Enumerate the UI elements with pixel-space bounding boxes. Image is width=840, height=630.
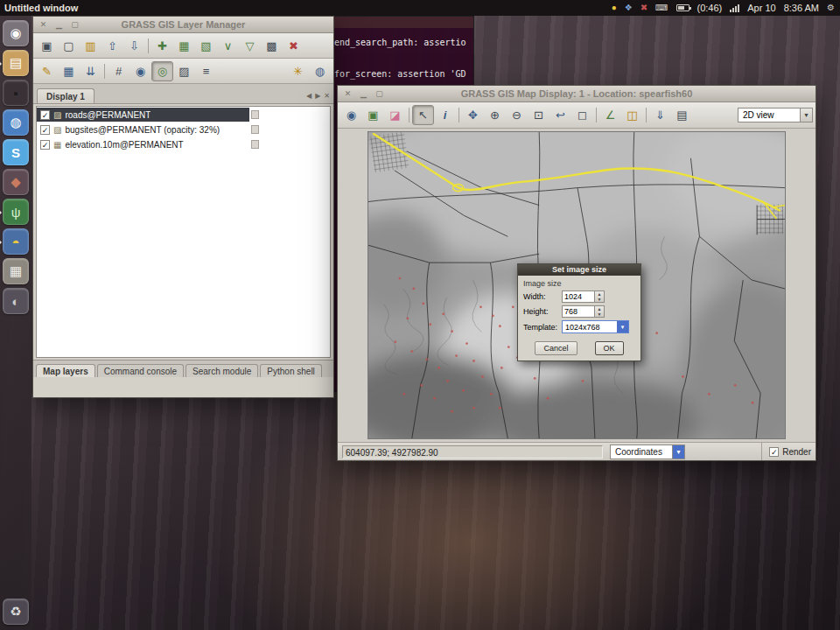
launcher-item-files[interactable]: ▤ bbox=[3, 50, 29, 76]
pointer-icon[interactable]: ↖ bbox=[412, 105, 434, 125]
zoom-extent-icon[interactable]: ⊡ bbox=[528, 105, 550, 125]
session-gear-icon[interactable]: ⚙ bbox=[827, 0, 835, 16]
layer-row-button[interactable] bbox=[251, 125, 259, 134]
launcher-item-browser[interactable]: ◍ bbox=[3, 109, 29, 136]
query-icon[interactable]: i bbox=[434, 105, 456, 125]
add-vector-layer-icon[interactable]: ∨ bbox=[217, 36, 239, 56]
close-icon[interactable]: ✕ bbox=[38, 18, 49, 31]
zoom-back-icon[interactable]: ↩ bbox=[550, 105, 571, 125]
map-display-titlebar[interactable]: ✕ ▁ ▢ GRASS GIS Map Display: 1 - Locatio… bbox=[338, 86, 816, 102]
clock-label[interactable]: 8:36 AM bbox=[784, 3, 819, 13]
remove-layer-icon[interactable]: ✖ bbox=[283, 36, 304, 56]
layer-checkbox[interactable]: ✓ bbox=[40, 125, 50, 135]
height-value[interactable]: 768 bbox=[563, 306, 594, 317]
dialog-titlebar[interactable]: Set image size bbox=[518, 264, 640, 276]
settings-icon[interactable]: ✳ bbox=[287, 61, 309, 81]
signal-strength-icon[interactable] bbox=[730, 4, 739, 12]
tab-command-console[interactable]: Command console bbox=[97, 364, 184, 377]
view-mode-select[interactable]: 2D view ▼ bbox=[738, 108, 813, 122]
tab-map-layers[interactable]: Map layers bbox=[36, 364, 95, 377]
search-modules-icon[interactable]: ◍ bbox=[309, 61, 331, 81]
new-workspace-icon[interactable]: ▢ bbox=[58, 36, 80, 56]
date-label[interactable]: Apr 10 bbox=[747, 3, 775, 13]
attribute-table-icon[interactable]: ▦ bbox=[58, 61, 80, 81]
battery-icon[interactable] bbox=[676, 4, 690, 11]
tab-scroll-left-icon[interactable]: ◀ bbox=[306, 92, 312, 100]
tab-close-icon[interactable]: ✕ bbox=[324, 92, 330, 100]
layer-checkbox[interactable]: ✓ bbox=[40, 140, 50, 150]
launcher-item-python[interactable]: ◓ bbox=[3, 228, 29, 255]
layer-row-elevation[interactable]: ✓ ▦ elevation.10m@PERMANENT bbox=[37, 137, 330, 151]
save-display-icon[interactable]: ⇓ bbox=[649, 105, 671, 125]
cancel-button[interactable]: Cancel bbox=[535, 341, 577, 355]
print-display-icon[interactable]: ▤ bbox=[671, 105, 693, 125]
erase-display-icon[interactable]: ◪ bbox=[384, 105, 406, 125]
minimize-icon[interactable]: ▁ bbox=[53, 18, 65, 31]
launcher-item-terminal[interactable]: ▪ bbox=[3, 80, 29, 106]
save-workspace-icon[interactable]: ⇩ bbox=[123, 36, 145, 56]
python-console-icon[interactable]: ≡ bbox=[195, 61, 217, 81]
statusbar-mode-select[interactable]: Coordinates ▼ bbox=[610, 444, 685, 459]
graphical-modeler-icon[interactable]: ◉ bbox=[130, 61, 151, 81]
import-data-icon[interactable]: ⇊ bbox=[80, 61, 102, 81]
ok-button[interactable]: OK bbox=[595, 341, 624, 355]
analyze-icon[interactable]: ∠ bbox=[599, 105, 621, 125]
layer-checkbox[interactable]: ✓ bbox=[40, 110, 50, 120]
width-spin-down-icon[interactable]: ▼ bbox=[595, 297, 604, 302]
layer-row-button[interactable] bbox=[251, 140, 259, 149]
zoom-region-icon[interactable]: ◻ bbox=[571, 105, 593, 125]
network-indicator-icon[interactable]: ✖ bbox=[640, 0, 648, 16]
display-map-icon[interactable]: ◉ bbox=[340, 105, 362, 125]
launcher-item-software-center[interactable]: ◆ bbox=[3, 169, 29, 195]
height-input[interactable]: 768 ▲ ▼ bbox=[562, 305, 605, 318]
layer-row-roads[interactable]: ✓ ▨ roads@PERMANENT bbox=[37, 108, 330, 122]
load-workspace-icon[interactable]: ⇧ bbox=[102, 36, 123, 56]
render-map-icon[interactable]: ▣ bbox=[362, 105, 384, 125]
width-input[interactable]: 1024 ▲ ▼ bbox=[562, 290, 605, 303]
launcher-item-disks[interactable]: ◐ bbox=[3, 288, 29, 314]
width-value[interactable]: 1024 bbox=[563, 291, 594, 302]
raster-calculator-icon[interactable]: # bbox=[108, 61, 130, 81]
tab-python-shell[interactable]: Python shell bbox=[260, 364, 321, 377]
add-overlay-icon[interactable]: ◫ bbox=[621, 105, 643, 125]
add-raster-layer-icon[interactable]: ▦ bbox=[173, 36, 195, 56]
render-checkbox[interactable]: ✓ bbox=[769, 447, 779, 457]
layer-manager-titlebar[interactable]: ✕ ▁ ▢ GRASS GIS Layer Manager bbox=[33, 17, 333, 33]
app-indicator-icon[interactable]: ❖ bbox=[625, 0, 633, 16]
maximize-icon[interactable]: ▢ bbox=[69, 18, 80, 31]
launcher-item-skype[interactable]: S bbox=[3, 139, 29, 165]
edit-layer-icon[interactable]: ✎ bbox=[36, 61, 58, 81]
add-group-icon[interactable]: ▩ bbox=[261, 36, 283, 56]
height-spin-down-icon[interactable]: ▼ bbox=[595, 312, 604, 317]
zoom-out-icon[interactable]: ⊖ bbox=[506, 105, 528, 125]
new-map-display-icon[interactable]: ▣ bbox=[36, 36, 58, 56]
tab-search-module[interactable]: Search module bbox=[186, 364, 258, 377]
keyboard-indicator-icon[interactable]: ⌨ bbox=[655, 0, 668, 16]
terminal-titlebar[interactable] bbox=[332, 17, 473, 28]
tab-scroll-right-icon[interactable]: ▶ bbox=[315, 92, 320, 100]
open-workspace-icon[interactable]: ▥ bbox=[80, 36, 102, 56]
zoom-in-icon[interactable]: ⊕ bbox=[484, 105, 506, 125]
coordinate-readout[interactable]: 604097.39; 4927982.90 bbox=[342, 445, 603, 458]
messaging-indicator-icon[interactable]: ● bbox=[612, 0, 617, 16]
pan-icon[interactable]: ✥ bbox=[462, 105, 484, 125]
add-multiple-layers-icon[interactable]: ✚ bbox=[151, 36, 173, 56]
maximize-icon[interactable]: ▢ bbox=[374, 88, 385, 100]
minimize-icon[interactable]: ▁ bbox=[358, 88, 369, 100]
close-icon[interactable]: ✕ bbox=[342, 88, 354, 100]
launcher-item-archive-manager[interactable]: ▦ bbox=[3, 258, 29, 284]
layer-row-button[interactable] bbox=[251, 110, 259, 119]
template-select[interactable]: 1024x768 ▼ bbox=[562, 320, 629, 333]
cartographic-composer-icon[interactable]: ▨ bbox=[173, 61, 195, 81]
chevron-down-icon[interactable]: ▼ bbox=[800, 108, 812, 122]
tab-display-1[interactable]: Display 1 bbox=[37, 88, 94, 103]
georectifier-icon[interactable]: ◎ bbox=[151, 61, 173, 81]
chevron-down-icon[interactable]: ▼ bbox=[672, 445, 684, 458]
launcher-item-trash[interactable]: ♻ bbox=[3, 598, 29, 625]
launcher-item-dash-home[interactable]: ◉ bbox=[3, 20, 29, 46]
chevron-down-icon[interactable]: ▼ bbox=[617, 321, 628, 332]
launcher-item-grass-gis[interactable]: ψ bbox=[3, 199, 29, 225]
add-raster-misc-icon[interactable]: ▧ bbox=[195, 36, 217, 56]
layer-row-bugsites[interactable]: ✓ ▨ bugsites@PERMANENT (opacity: 32%) bbox=[37, 122, 330, 136]
add-vector-misc-icon[interactable]: ▽ bbox=[239, 36, 261, 56]
